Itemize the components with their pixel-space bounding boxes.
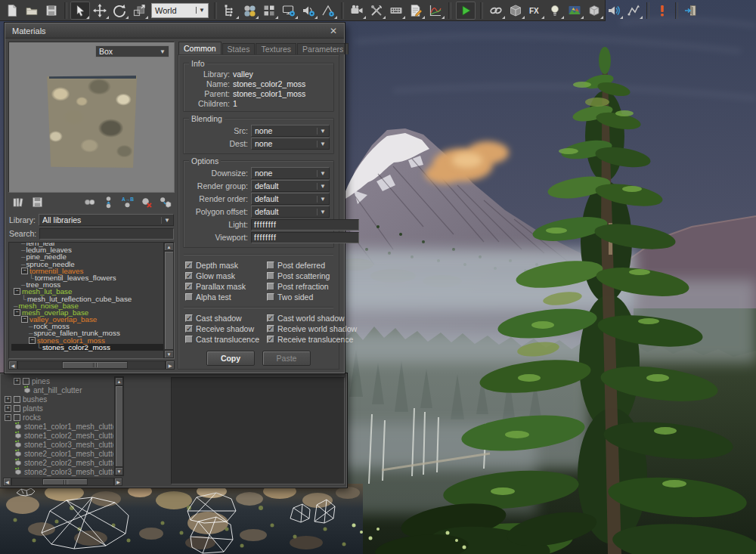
sound-button[interactable] — [604, 2, 624, 20]
world-mode-select[interactable]: World▼ — [151, 3, 209, 18]
node-tree-item[interactable]: stone1_color3_mesh_clutter — [3, 440, 113, 449]
new-file-button[interactable] — [2, 2, 22, 20]
post-refraction-checkbox[interactable] — [267, 283, 274, 290]
collapse-expander-icon[interactable]: − — [14, 288, 20, 295]
inherit-material-button[interactable] — [100, 196, 116, 211]
collapse-expander-icon[interactable]: − — [21, 268, 28, 274]
src-blend-select[interactable]: none▼ — [251, 125, 330, 137]
node-tree-item[interactable]: stone2_color3_mesh_clutter — [3, 467, 113, 476]
post-deferred-checkbox[interactable] — [267, 262, 274, 269]
light-input[interactable] — [251, 219, 359, 231]
node-tree-item[interactable]: +bushes — [3, 395, 113, 404]
receive-world-shadow-checkbox[interactable]: ✓ — [267, 325, 274, 333]
scroll-right-arrow[interactable]: ▶ — [114, 478, 122, 486]
save-library-button[interactable] — [29, 196, 45, 211]
tab-common[interactable]: Common — [178, 42, 222, 54]
depth-mask-checkbox[interactable]: ✓ — [185, 262, 193, 269]
cube-button[interactable] — [506, 2, 525, 20]
scrollbar-track[interactable] — [11, 478, 114, 486]
warning-button[interactable] — [652, 2, 672, 20]
tab-parameters[interactable]: Parameters — [297, 43, 349, 54]
node-visibility-checkbox[interactable] — [23, 378, 29, 385]
tiles-button[interactable] — [259, 2, 279, 20]
expand-expander-icon[interactable]: + — [14, 378, 20, 385]
scroll-left-arrow[interactable]: ◀ — [8, 361, 17, 370]
copy-button[interactable]: Copy — [206, 351, 255, 366]
materials-spheres-button[interactable] — [240, 2, 259, 20]
node-tree-item[interactable]: +plants — [3, 404, 113, 413]
downsize-select[interactable]: none▼ — [251, 167, 330, 179]
keyboard-button[interactable] — [386, 2, 406, 20]
play-button[interactable] — [456, 2, 476, 20]
materials-titlebar[interactable]: Materials ✕ — [5, 23, 344, 39]
camera-button[interactable] — [347, 2, 367, 20]
expand-expander-icon[interactable]: + — [5, 405, 11, 412]
node-hierarchy-button[interactable] — [220, 2, 240, 20]
node-visibility-checkbox[interactable] — [14, 405, 20, 412]
copy-a-to-b-button[interactable]: A→B — [119, 196, 135, 211]
node-visibility-checkbox[interactable] — [14, 396, 20, 403]
parallax-mask-checkbox[interactable]: ✓ — [185, 283, 193, 290]
preview-shape-select[interactable]: Box ▼ — [95, 45, 169, 57]
collapse-expander-icon[interactable]: − — [29, 337, 36, 344]
physics-settings-button[interactable] — [318, 2, 338, 20]
viewport-input[interactable] — [251, 232, 359, 243]
dest-blend-select[interactable]: none▼ — [251, 138, 330, 150]
collapse-expander-icon[interactable]: − — [21, 316, 28, 323]
node-tree-item[interactable]: stone1_color2_mesh_clutter — [3, 431, 113, 440]
node-tree-item[interactable]: stone1_color1_mesh_clutter — [3, 422, 113, 431]
rotate-button[interactable] — [110, 2, 129, 20]
mesh-box-button[interactable] — [584, 2, 604, 20]
tab-textures[interactable]: Textures — [256, 43, 296, 54]
cast-world-shadow-checkbox[interactable]: ✓ — [267, 314, 274, 322]
scroll-up-arrow[interactable]: ▲ — [115, 377, 123, 385]
material-preview[interactable]: Box ▼ — [8, 42, 175, 193]
fx-button[interactable]: FX — [525, 2, 545, 20]
node-tree-item[interactable]: −rocks — [3, 413, 113, 422]
two-sided-checkbox[interactable] — [267, 293, 274, 301]
display-settings-button[interactable] — [279, 2, 299, 20]
open-folder-button[interactable] — [22, 2, 42, 20]
alpha-test-checkbox[interactable] — [185, 293, 193, 301]
node-path-button[interactable] — [624, 2, 643, 20]
receive-shadow-checkbox[interactable]: ✓ — [185, 325, 193, 333]
node-tree-vscrollbar[interactable]: ▲ ▼ — [114, 376, 124, 476]
assign-to-surface-button[interactable] — [156, 196, 173, 211]
receive-translucence-checkbox[interactable]: ✓ — [267, 336, 274, 343]
tab-states[interactable]: States — [222, 43, 256, 54]
node-tree-item[interactable]: stone2_color1_mesh_clutter — [3, 449, 113, 458]
scroll-down-arrow[interactable]: ▼ — [164, 350, 174, 358]
render-order-select[interactable]: default▼ — [251, 193, 330, 205]
cast-shadow-checkbox[interactable]: ✓ — [185, 314, 193, 322]
two-spheres-button[interactable] — [81, 196, 98, 211]
node-visibility-checkbox[interactable] — [14, 414, 20, 421]
material-tree-hscrollbar[interactable]: ◀ ▶ — [8, 361, 175, 370]
material-tree-item[interactable]: └stones_color2_moss — [11, 344, 163, 351]
select-arrow-button[interactable] — [70, 2, 90, 20]
scale-button[interactable] — [129, 2, 149, 20]
scrollbar-thumb[interactable] — [115, 385, 123, 467]
link-button[interactable] — [486, 2, 506, 20]
node-tree-item[interactable]: ant_hill_clutter — [3, 385, 113, 395]
scroll-up-arrow[interactable]: ▲ — [164, 243, 174, 251]
light-bulb-button[interactable] — [545, 2, 565, 20]
scroll-down-arrow[interactable]: ▼ — [115, 467, 123, 475]
glow-mask-checkbox[interactable]: ✓ — [185, 272, 193, 280]
node-tree-hscrollbar[interactable]: ◀ ▶ — [3, 478, 122, 486]
scroll-left-arrow[interactable]: ◀ — [3, 478, 11, 486]
audio-settings-button[interactable] — [299, 2, 318, 20]
exit-door-button[interactable] — [681, 2, 701, 20]
scrollbar-thumb[interactable] — [164, 251, 174, 350]
node-tree-item[interactable]: stone2_color2_mesh_clutter — [3, 458, 113, 467]
node-tree-item[interactable]: +pines — [3, 376, 113, 385]
close-icon[interactable]: ✕ — [330, 26, 337, 36]
expand-expander-icon[interactable]: + — [5, 396, 11, 403]
collapse-expander-icon[interactable]: − — [5, 414, 11, 421]
render-group-select[interactable]: default▼ — [251, 180, 330, 192]
cast-translucence-checkbox[interactable] — [185, 336, 193, 343]
search-input[interactable] — [39, 228, 174, 240]
post-scattering-checkbox[interactable] — [267, 272, 274, 280]
collapse-expander-icon[interactable]: − — [14, 309, 20, 316]
scrollbar-thumb[interactable] — [62, 361, 128, 369]
script-editor-button[interactable] — [406, 2, 426, 20]
